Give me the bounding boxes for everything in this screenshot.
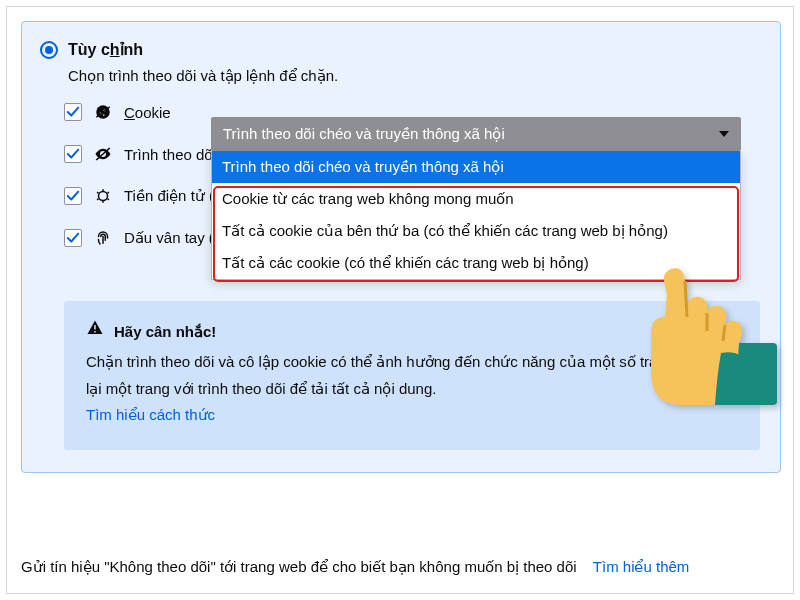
dropdown-item[interactable]: Tất cả cookie của bên thứ ba (có thể khi… bbox=[212, 215, 740, 247]
checkbox-cookie[interactable] bbox=[64, 103, 82, 121]
warning-body: Chặn trình theo dõi và cô lập cookie có … bbox=[86, 349, 738, 402]
label-cookie: Cookie bbox=[124, 104, 171, 121]
cookie-dropdown[interactable]: Trình theo dõi chéo và truyền thông xã h… bbox=[211, 117, 741, 280]
dropdown-list: Trình theo dõi chéo và truyền thông xã h… bbox=[211, 151, 741, 280]
warning-learn-link[interactable]: Tìm hiểu cách thức bbox=[86, 402, 738, 428]
warning-icon bbox=[86, 319, 104, 345]
custom-radio[interactable] bbox=[40, 41, 58, 59]
crypto-icon bbox=[94, 187, 112, 205]
warning-box: Hãy cân nhắc! Chặn trình theo dõi và cô … bbox=[64, 301, 760, 450]
svg-rect-5 bbox=[94, 325, 96, 330]
fingerprint-icon bbox=[94, 229, 112, 247]
label-tracking: Trình theo dõi bbox=[124, 146, 216, 163]
footer-learn-link[interactable]: Tìm hiểu thêm bbox=[593, 555, 690, 579]
panel-subtitle: Chọn trình theo dõi và tập lệnh để chặn. bbox=[68, 67, 764, 85]
footer-text: Gửi tín hiệu "Không theo dõi" tới trang … bbox=[21, 555, 689, 579]
svg-rect-6 bbox=[94, 331, 96, 333]
svg-point-4 bbox=[99, 192, 108, 201]
checkbox-fingerprint[interactable] bbox=[64, 229, 82, 247]
chevron-down-icon bbox=[719, 131, 729, 137]
svg-point-3 bbox=[103, 114, 105, 116]
panel-title: Tùy chỉnh bbox=[68, 40, 143, 59]
dropdown-item[interactable]: Tất cả các cookie (có thể khiến các tran… bbox=[212, 247, 740, 279]
warning-title: Hãy cân nhắc! bbox=[114, 319, 216, 345]
dropdown-item[interactable]: Trình theo dõi chéo và truyền thông xã h… bbox=[212, 151, 740, 183]
cookie-icon bbox=[94, 103, 112, 121]
checkbox-crypto[interactable] bbox=[64, 187, 82, 205]
dropdown-selected[interactable]: Trình theo dõi chéo và truyền thông xã h… bbox=[211, 117, 741, 151]
checkbox-tracking[interactable] bbox=[64, 145, 82, 163]
eye-blocked-icon bbox=[94, 145, 112, 163]
dropdown-item[interactable]: Cookie từ các trang web không mong muốn bbox=[212, 183, 740, 215]
